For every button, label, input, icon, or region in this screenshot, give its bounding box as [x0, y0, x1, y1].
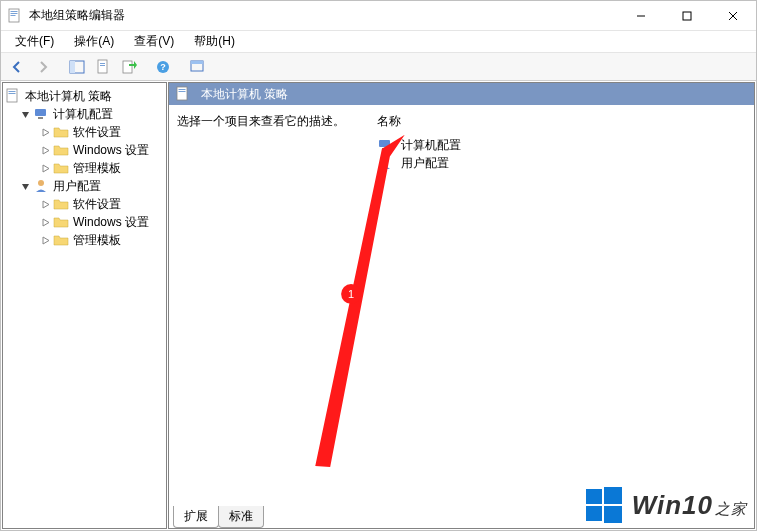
user-icon	[377, 155, 393, 171]
tree-item-label: 软件设置	[73, 196, 121, 213]
forward-button[interactable]	[31, 56, 55, 78]
chevron-down-icon[interactable]	[19, 180, 31, 192]
svg-rect-25	[179, 89, 186, 90]
description-text: 选择一个项目来查看它的描述。	[177, 113, 367, 130]
svg-rect-27	[379, 140, 390, 147]
folder-icon	[53, 214, 69, 230]
computer-icon	[33, 106, 49, 122]
chevron-right-icon[interactable]	[39, 234, 51, 246]
svg-rect-10	[98, 60, 107, 73]
toolbar: ?	[1, 53, 756, 81]
user-icon	[33, 178, 49, 194]
chevron-down-icon[interactable]	[19, 108, 31, 120]
tree-software-settings[interactable]: 软件设置	[5, 123, 164, 141]
tree-item-label: 用户配置	[53, 178, 101, 195]
list-column: 名称 计算机配置 用户配置	[377, 113, 746, 520]
list-item-label: 计算机配置	[401, 137, 461, 154]
tree-windows-settings[interactable]: Windows 设置	[5, 141, 164, 159]
svg-rect-22	[38, 117, 43, 119]
svg-rect-5	[683, 12, 691, 20]
maximize-button[interactable]	[664, 1, 710, 30]
tree-root[interactable]: 本地计算机 策略	[5, 87, 164, 105]
titlebar: 本地组策略编辑器	[1, 1, 756, 31]
tree-item-label: Windows 设置	[73, 214, 149, 231]
tree-admin-templates[interactable]: 管理模板	[5, 159, 164, 177]
folder-icon	[53, 160, 69, 176]
list-item[interactable]: 用户配置	[377, 154, 746, 172]
properties-button[interactable]	[91, 56, 115, 78]
minimize-button[interactable]	[618, 1, 664, 30]
back-button[interactable]	[5, 56, 29, 78]
tree-software-settings-user[interactable]: 软件设置	[5, 195, 164, 213]
tree-item-label: 管理模板	[73, 232, 121, 249]
column-header-name[interactable]: 名称	[377, 113, 746, 136]
chevron-right-icon[interactable]	[39, 216, 51, 228]
list-item-label: 用户配置	[401, 155, 449, 172]
svg-rect-2	[11, 13, 18, 14]
chevron-right-icon[interactable]	[39, 162, 51, 174]
svg-rect-17	[191, 61, 203, 64]
svg-rect-13	[123, 61, 132, 73]
svg-rect-1	[11, 11, 18, 12]
svg-rect-20	[9, 93, 16, 94]
separator	[143, 56, 149, 78]
folder-icon	[53, 196, 69, 212]
close-button[interactable]	[710, 1, 756, 30]
chevron-right-icon[interactable]	[39, 198, 51, 210]
tree-item-label: 管理模板	[73, 160, 121, 177]
separator	[57, 56, 63, 78]
policy-icon	[175, 86, 191, 102]
show-hide-tree-button[interactable]	[65, 56, 89, 78]
menu-file[interactable]: 文件(F)	[7, 31, 62, 52]
svg-rect-3	[11, 15, 16, 16]
folder-icon	[53, 124, 69, 140]
svg-text:?: ?	[160, 62, 166, 72]
app-icon	[7, 8, 23, 24]
menu-action[interactable]: 操作(A)	[66, 31, 122, 52]
svg-rect-21	[35, 109, 46, 116]
menu-help[interactable]: 帮助(H)	[186, 31, 243, 52]
tree-item-label: Windows 设置	[73, 142, 149, 159]
tree-user-config[interactable]: 用户配置	[5, 177, 164, 195]
panel-header: 本地计算机 策略	[169, 83, 754, 105]
folder-icon	[53, 232, 69, 248]
svg-rect-19	[9, 91, 16, 92]
computer-icon	[377, 137, 393, 153]
svg-rect-28	[382, 148, 387, 150]
tabstrip: 扩展 标准	[169, 506, 263, 528]
chevron-right-icon[interactable]	[39, 144, 51, 156]
folder-icon	[53, 142, 69, 158]
svg-rect-24	[177, 87, 187, 100]
separator	[177, 56, 183, 78]
tree-computer-config[interactable]: 计算机配置	[5, 105, 164, 123]
menu-view[interactable]: 查看(V)	[126, 31, 182, 52]
panel-body: 选择一个项目来查看它的描述。 名称 计算机配置 用户配置	[169, 105, 754, 528]
export-button[interactable]	[117, 56, 141, 78]
tree-item-label: 软件设置	[73, 124, 121, 141]
chevron-right-icon[interactable]	[39, 126, 51, 138]
window-controls	[618, 1, 756, 30]
tree-admin-templates-user[interactable]: 管理模板	[5, 231, 164, 249]
filter-button[interactable]	[185, 56, 209, 78]
menubar: 文件(F) 操作(A) 查看(V) 帮助(H)	[1, 31, 756, 53]
tab-extended[interactable]: 扩展	[173, 506, 219, 528]
details-panel: 本地计算机 策略 选择一个项目来查看它的描述。 名称 计算机配置 用户配置	[168, 82, 755, 529]
tree-windows-settings-user[interactable]: Windows 设置	[5, 213, 164, 231]
svg-rect-18	[7, 89, 17, 102]
svg-rect-26	[179, 91, 186, 92]
tree-root-label: 本地计算机 策略	[25, 88, 112, 105]
svg-point-29	[382, 157, 388, 163]
panel-title: 本地计算机 策略	[201, 86, 288, 103]
body: 本地计算机 策略 计算机配置 软件设置 Windows 设置 管理模板	[1, 81, 756, 530]
window: 本地组策略编辑器 文件(F) 操作(A) 查看(V) 帮助(H) ? 本地计算	[0, 0, 757, 531]
description-column: 选择一个项目来查看它的描述。	[177, 113, 367, 520]
svg-point-23	[38, 180, 44, 186]
help-button[interactable]: ?	[151, 56, 175, 78]
tree-panel[interactable]: 本地计算机 策略 计算机配置 软件设置 Windows 设置 管理模板	[2, 82, 167, 529]
svg-rect-9	[70, 61, 75, 73]
list-item[interactable]: 计算机配置	[377, 136, 746, 154]
svg-rect-12	[100, 65, 105, 66]
tab-standard[interactable]: 标准	[218, 506, 264, 528]
window-title: 本地组策略编辑器	[29, 7, 618, 24]
policy-icon	[5, 88, 21, 104]
